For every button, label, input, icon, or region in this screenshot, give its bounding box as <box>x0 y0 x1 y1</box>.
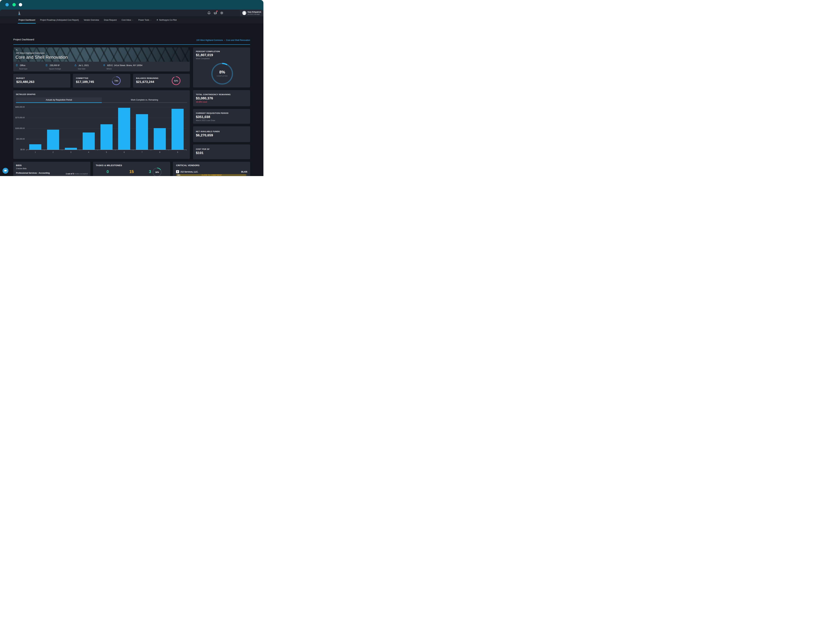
net-available-funds-card: NET AVAILABLE FUNDS $6,270,659 <box>193 126 250 142</box>
cost-per-sf-value: $101 <box>196 151 203 155</box>
user-name: Katy Kirkpatrick <box>248 11 261 13</box>
accent-divider <box>13 44 250 45</box>
breadcrumb: 100 West Highland Commons›Core and Shell… <box>196 39 250 42</box>
user-role: account manager <box>248 13 261 15</box>
edit-pencil-icon[interactable]: ✎ <box>16 49 18 51</box>
completion-donut: 8% COMPLETED <box>211 62 234 85</box>
tab-project-roadmap[interactable]: Project Roadmap (Anticipated Cost Report… <box>40 16 79 23</box>
bid-vendor-row[interactable]: Ziegler Cooper Architects $0 <box>16 175 88 176</box>
contingency-value: $3,080,376 <box>196 96 213 100</box>
tab-cost-inbox[interactable]: Cost Inbox⌄ <box>122 16 133 23</box>
chat-launcher[interactable] <box>3 168 8 174</box>
balance-ring: 92% <box>171 76 181 86</box>
critical-vendors-title: CRITICAL VENDORS <box>176 164 200 166</box>
breadcrumb-project-link[interactable]: 100 West Highland Commons <box>196 39 223 41</box>
active-bids-count: 2 Active Bids <box>16 168 26 169</box>
net-funds-title: NET AVAILABLE FUNDS <box>196 131 220 132</box>
bar-period-3[interactable] <box>65 148 77 150</box>
breadcrumb-current-link[interactable]: Core and Shell Renovation <box>226 39 250 41</box>
bid-category: Professional Services - Accounting <box>16 172 50 174</box>
svg-text:92%: 92% <box>174 80 178 82</box>
traffic-light-white[interactable] <box>19 3 22 6</box>
bar-period-9[interactable] <box>172 109 184 150</box>
avatar <box>242 11 246 15</box>
x-axis-tick <box>169 150 169 151</box>
requisition-period-card: CURRENT REQUISITION PERIOD $351,038 Marc… <box>193 109 250 124</box>
y-axis-label: $180,000.00 <box>14 127 25 129</box>
x-axis-label: 6 <box>121 151 127 153</box>
x-axis-tick <box>151 150 151 151</box>
top-app-bar: Katy Kirkpatrick account manager <box>0 9 263 16</box>
bar-period-5[interactable] <box>101 124 113 150</box>
breadcrumb-separator: › <box>224 39 225 41</box>
bid-invites: 1 out of 3 invites accepted <box>66 172 88 175</box>
committed-value: $17,189,745 <box>76 80 94 84</box>
tasks-title: TASKS & MILESTONES <box>96 164 122 166</box>
committed-card: COMMITTED $17,189,745 73% <box>73 74 130 88</box>
gear-icon[interactable] <box>220 11 224 15</box>
user-menu[interactable]: Katy Kirkpatrick account manager <box>240 9 263 16</box>
requisition-title: CURRENT REQUISITION PERIOD <box>196 112 228 114</box>
building-icon <box>45 64 48 67</box>
tab-project-dashboard[interactable]: Project Dashboard <box>19 16 35 23</box>
x-axis-label: 2 <box>50 151 56 153</box>
x-axis-label: 5 <box>103 151 110 153</box>
y-axis-label: $90,000.00 <box>14 138 25 140</box>
net-funds-value: $6,270,659 <box>196 133 213 137</box>
bar-period-7[interactable] <box>136 114 148 150</box>
tasks-due-count: 0 <box>101 169 115 174</box>
cost-per-sf-title: COST PER SF <box>196 148 210 150</box>
vendor-status-badge: CLOSE TO COMMITMENT <box>176 174 247 176</box>
committed-label: COMMITTED <box>76 77 88 79</box>
y-axis-label: $270,000.00 <box>14 117 25 118</box>
balance-remaining-card: BALANCE REMAINING $21,673,244 92% <box>133 74 190 88</box>
balance-label: BALANCE REMAINING <box>136 77 158 79</box>
y-axis-label: $0.00 <box>14 149 25 151</box>
bar-period-8[interactable] <box>154 128 166 150</box>
tab-vendor-overview[interactable]: Vendor Overview <box>84 16 99 23</box>
megaphone-icon[interactable] <box>213 11 217 15</box>
traffic-light-blue[interactable] <box>5 3 9 6</box>
y-axis-label: $360,000.00 <box>14 106 25 108</box>
contingency-card: TOTAL CONTINGENCY REMAINING $3,080,376 1… <box>193 90 250 106</box>
start-date-icon <box>74 64 77 67</box>
vendor-name[interactable]: 212 Services, LLC. <box>180 171 198 173</box>
requisition-value: $351,038 <box>196 115 210 119</box>
tab-draw-request[interactable]: Draw Request <box>104 16 117 23</box>
tab-northspyre-copilot[interactable]: Northspyre Co-Pilot <box>157 16 177 23</box>
percent-completion-card: PERCENT COMPLETION $1,807,019 Work Compl… <box>193 47 250 87</box>
critical-vendors-card: CRITICAL VENDORS 2 212 Services, LLC. $6… <box>173 162 250 176</box>
bell-icon[interactable] <box>207 11 211 15</box>
x-axis-tick <box>98 150 98 151</box>
committed-ring: 73% <box>112 76 121 86</box>
copilot-bolt-icon <box>157 19 158 21</box>
bar-period-4[interactable] <box>83 132 95 150</box>
contingency-note: 18.08% Used <box>196 101 207 103</box>
budget-value: $23,480,263 <box>16 80 34 84</box>
y-grid-line <box>26 107 186 107</box>
bar-period-1[interactable] <box>29 144 41 150</box>
svg-text:73%: 73% <box>114 80 118 82</box>
detailed-graphs-card: DETAILED GRAPHS Actuals by Requisition P… <box>13 90 190 159</box>
actuals-bar-chart: $0.00$90,000.00$180,000.00$270,000.00$36… <box>13 90 190 159</box>
northspyre-logo <box>17 11 21 15</box>
page-title: Project Dashboard <box>13 38 34 41</box>
svg-text:COMPLETED: COMPLETED <box>217 75 228 77</box>
balance-value: $21,673,244 <box>136 80 154 84</box>
dashboard-content: Project Dashboard 100 West Highland Comm… <box>0 23 263 176</box>
project-info-strip: Office Asset type 235,000 ft² Square foo… <box>13 62 190 72</box>
main-nav: Project Dashboard Project Roadmap (Antic… <box>0 16 263 24</box>
chat-bubble-icon <box>4 169 7 172</box>
vendor-progress-bar: 98% CLOSE TO COMMITMENT <box>176 174 247 176</box>
project-name: 100 West Highland Commons <box>15 52 45 54</box>
x-axis-tick <box>186 150 187 151</box>
tasks-overdue-count: 15 <box>125 169 138 174</box>
x-axis-tick <box>80 150 80 151</box>
tab-power-tools[interactable]: Power Tools⌄ <box>138 16 152 23</box>
bar-period-6[interactable] <box>118 108 130 150</box>
app-window: Katy Kirkpatrick account manager Project… <box>0 0 263 176</box>
bar-period-2[interactable] <box>47 130 59 150</box>
traffic-light-green[interactable] <box>12 3 16 6</box>
vendor-amount: $6,435 <box>241 171 247 173</box>
x-axis-label: 1 <box>32 151 39 153</box>
